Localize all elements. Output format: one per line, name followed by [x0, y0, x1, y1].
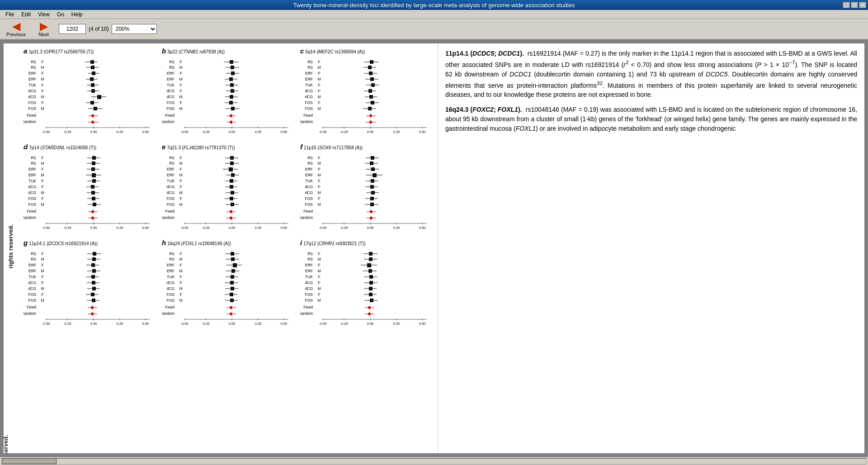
svg-text:dCG: dCG — [167, 185, 175, 189]
svg-text:FOS: FOS — [305, 100, 313, 105]
svg-rect-298 — [230, 197, 233, 200]
svg-text:M: M — [179, 257, 182, 261]
svg-rect-88 — [230, 83, 234, 87]
scrollbar-thumb[interactable] — [2, 459, 57, 464]
svg-text:RS: RS — [307, 251, 313, 256]
svg-rect-163 — [369, 95, 373, 99]
maximize-button[interactable]: □ — [851, 2, 858, 8]
svg-rect-273 — [229, 167, 233, 171]
svg-text:M: M — [179, 269, 182, 273]
svg-marker-372 — [369, 210, 373, 214]
svg-text:FOS: FOS — [167, 202, 175, 207]
svg-marker-47 — [91, 114, 94, 118]
svg-text:F: F — [41, 251, 43, 256]
svg-rect-238 — [93, 203, 96, 206]
svg-text:Random: Random — [24, 215, 36, 220]
svg-text:ERF: ERF — [167, 263, 175, 267]
svg-text:0.25: 0.25 — [117, 130, 123, 134]
svg-marker-311 — [229, 216, 233, 220]
svg-text:M: M — [317, 106, 321, 111]
svg-text:0.50: 0.50 — [281, 322, 288, 326]
svg-text:F: F — [41, 83, 43, 87]
svg-text:-0.50: -0.50 — [42, 130, 50, 134]
svg-text:FOS: FOS — [305, 196, 313, 201]
svg-text:F: F — [41, 100, 43, 105]
window-controls[interactable]: _ □ ✕ — [843, 2, 866, 8]
svg-marker-502 — [229, 306, 233, 309]
svg-text:FOS: FOS — [28, 106, 37, 111]
svg-text:F: F — [41, 185, 43, 189]
svg-text:Random: Random — [162, 119, 175, 124]
svg-text:F: F — [41, 156, 43, 160]
svg-text:Fixed: Fixed — [27, 305, 36, 309]
svg-rect-333 — [370, 161, 373, 165]
svg-text:M: M — [41, 77, 44, 81]
svg-text:RS: RS — [307, 161, 313, 166]
page-number-input[interactable] — [59, 24, 86, 34]
svg-text:dCG: dCG — [28, 89, 36, 93]
svg-marker-571 — [368, 312, 371, 316]
close-button[interactable]: ✕ — [859, 2, 866, 8]
svg-rect-8 — [91, 66, 94, 69]
svg-text:0.00: 0.00 — [367, 322, 374, 326]
svg-rect-18 — [90, 77, 94, 81]
svg-text:M: M — [179, 173, 182, 177]
svg-text:FOS: FOS — [167, 298, 175, 303]
svg-rect-208 — [91, 167, 95, 171]
svg-rect-493 — [230, 293, 233, 296]
svg-rect-458 — [231, 252, 234, 256]
svg-text:F: F — [41, 292, 43, 297]
svg-text:-0.25: -0.25 — [340, 226, 348, 230]
svg-text:F: F — [318, 263, 320, 267]
svg-text:RS: RS — [169, 65, 175, 70]
horizontal-scrollbar[interactable] — [0, 457, 868, 465]
forest-plot-h: RSF RSM ERFF ERFM — [162, 247, 295, 331]
forest-plot-c: RS F RS M ERF F — [300, 55, 434, 139]
svg-text:RS: RS — [307, 156, 313, 160]
previous-button[interactable]: ◀ Previous — [4, 20, 28, 38]
svg-rect-43 — [94, 107, 97, 110]
figure-d: d 7p14 (STARD3NL rs1524058 (T)) RSF RSM — [24, 143, 159, 236]
zoom-select[interactable]: 50% 75% 100% 125% 150% 200% 300% 400% — [112, 24, 157, 34]
svg-rect-408 — [92, 269, 96, 273]
svg-text:-0.25: -0.25 — [340, 130, 348, 134]
figure-c: c 5q14 (MEF2C rs1366594 (A)) RS F RS M — [300, 47, 436, 140]
menu-view[interactable]: View — [34, 10, 53, 19]
svg-text:Fixed: Fixed — [165, 305, 175, 309]
menu-help[interactable]: Help — [68, 10, 86, 19]
scrollbar-track[interactable] — [2, 458, 866, 465]
svg-rect-78 — [231, 71, 235, 75]
previous-label: Previous — [6, 32, 26, 37]
svg-marker-116 — [229, 120, 233, 124]
svg-text:M: M — [41, 65, 44, 70]
svg-text:0.50: 0.50 — [142, 226, 149, 230]
svg-rect-228 — [91, 191, 95, 195]
menu-file[interactable]: File — [2, 10, 18, 19]
svg-rect-528 — [369, 257, 373, 261]
next-button[interactable]: ▶ Next — [31, 20, 56, 38]
svg-text:0.00: 0.00 — [90, 130, 97, 134]
minimize-button[interactable]: _ — [843, 2, 850, 8]
menu-go[interactable]: Go — [53, 10, 68, 19]
svg-text:RS: RS — [169, 161, 175, 166]
svg-marker-112 — [229, 114, 233, 118]
menu-edit[interactable]: Edit — [18, 10, 34, 19]
svg-rect-233 — [92, 197, 95, 200]
svg-marker-506 — [229, 312, 233, 316]
svg-text:0.25: 0.25 — [393, 322, 400, 326]
svg-text:F: F — [179, 60, 182, 64]
svg-rect-428 — [91, 293, 94, 296]
svg-text:F: F — [41, 280, 43, 285]
svg-text:ERF: ERF — [28, 71, 36, 76]
svg-text:ERF: ERF — [305, 173, 313, 177]
svg-text:TUK: TUK — [167, 83, 175, 87]
svg-rect-108 — [231, 107, 235, 110]
svg-text:Fixed: Fixed — [303, 305, 313, 309]
page-info: (4 of 10) — [89, 26, 109, 32]
svg-rect-93 — [231, 89, 234, 93]
svg-text:FOS: FOS — [305, 106, 313, 111]
svg-rect-28 — [91, 89, 95, 93]
svg-rect-483 — [230, 281, 234, 285]
svg-text:RS: RS — [31, 60, 36, 64]
svg-text:F: F — [41, 179, 43, 183]
